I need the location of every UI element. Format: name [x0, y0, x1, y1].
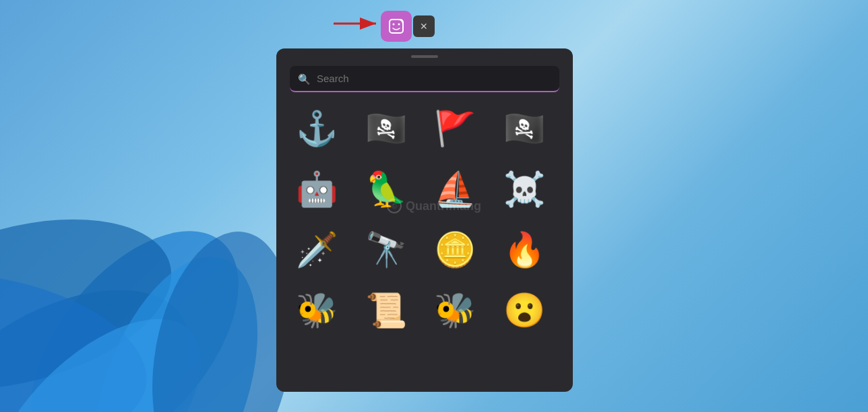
sticker-item-pirate-skeleton[interactable]: 🤖	[290, 162, 344, 216]
sticker-grid: ⚓🏴‍☠️🚩🏴‍☠️🤖🦜⛵☠️🗡️🔭🪙🔥🐝📜🐝😮	[276, 102, 573, 392]
svg-rect-9	[390, 20, 403, 33]
sticker-item-anchor[interactable]: ⚓	[290, 102, 344, 156]
sticker-item-telescope[interactable]: 🔭	[359, 223, 413, 277]
sticker-icon	[388, 18, 405, 35]
sticker-item-pirate-flag[interactable]: 🚩	[428, 102, 482, 156]
close-button[interactable]: ✕	[413, 15, 435, 37]
sticker-item-pirate-ship[interactable]: ⛵	[428, 162, 482, 216]
sticker-item-bee-2[interactable]: 🐝	[428, 283, 482, 337]
sticker-item-skull-crossbones[interactable]: ☠️	[497, 162, 551, 216]
arrow-svg	[330, 7, 384, 40]
sticker-item-pirate-character[interactable]: 🏴‍☠️	[359, 102, 413, 156]
svg-point-10	[393, 24, 395, 26]
sticker-panel-button[interactable]	[381, 11, 412, 42]
svg-point-11	[398, 24, 400, 26]
top-button-bar: ✕	[381, 11, 435, 42]
search-icon: 🔍	[298, 73, 311, 85]
sticker-panel: 🔍 ⚓🏴‍☠️🚩🏴‍☠️🤖🦜⛵☠️🗡️🔭🪙🔥🐝📜🐝😮	[276, 48, 573, 392]
drag-handle-bar	[411, 55, 438, 58]
sticker-item-treasure-chest[interactable]: 🪙	[428, 223, 482, 277]
search-container: 🔍	[290, 66, 559, 92]
sticker-item-surprised-face[interactable]: 😮	[497, 283, 551, 337]
sticker-item-parrot[interactable]: 🦜	[359, 162, 413, 216]
sticker-item-sword[interactable]: 🗡️	[290, 223, 344, 277]
sticker-item-pirate-hat[interactable]: 🏴‍☠️	[497, 102, 551, 156]
sticker-item-bee-1[interactable]: 🐝	[290, 283, 344, 337]
sticker-item-scroll[interactable]: 📜	[359, 283, 413, 337]
search-input[interactable]	[290, 66, 559, 92]
drag-handle[interactable]	[276, 48, 573, 62]
sticker-item-fire-monster[interactable]: 🔥	[497, 223, 551, 277]
pointer-arrow	[330, 7, 384, 43]
